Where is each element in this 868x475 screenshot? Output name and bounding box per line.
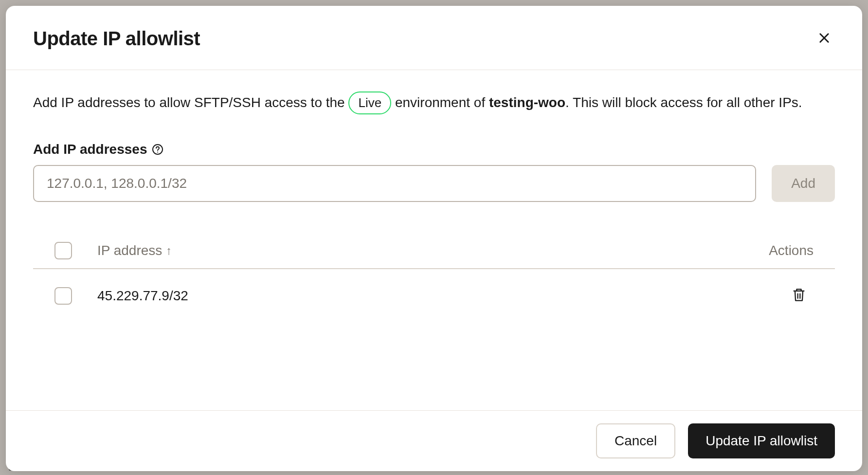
svg-point-3 bbox=[157, 152, 158, 153]
submit-button[interactable]: Update IP allowlist bbox=[688, 423, 835, 458]
description-prefix: Add IP addresses to allow SFTP/SSH acces… bbox=[33, 95, 348, 110]
sort-ascending-icon: ↑ bbox=[166, 244, 172, 257]
actions-column-header: Actions bbox=[769, 243, 814, 258]
input-label-row: Add IP addresses bbox=[33, 142, 835, 157]
delete-button[interactable] bbox=[789, 285, 809, 307]
trash-icon bbox=[792, 288, 806, 304]
ip-input-label: Add IP addresses bbox=[33, 142, 147, 157]
environment-badge: Live bbox=[348, 91, 391, 114]
table-row: 45.229.77.9/32 bbox=[33, 269, 835, 322]
close-button[interactable] bbox=[814, 27, 835, 50]
ip-allowlist-modal: Update IP allowlist Add IP addresses to … bbox=[6, 6, 862, 471]
close-icon bbox=[817, 31, 831, 46]
site-name: testing-woo bbox=[489, 95, 565, 110]
modal-body: Add IP addresses to allow SFTP/SSH acces… bbox=[6, 70, 862, 410]
ip-table: IP address ↑ Actions 45.229.77.9/32 bbox=[33, 233, 835, 322]
ip-column-header[interactable]: IP address ↑ bbox=[97, 243, 172, 258]
description-suffix: . This will block access for all other I… bbox=[565, 95, 802, 110]
ip-address-input[interactable] bbox=[33, 165, 756, 202]
description-mid: environment of bbox=[395, 95, 489, 110]
ip-column-label: IP address bbox=[97, 243, 162, 258]
row-checkbox[interactable] bbox=[54, 287, 72, 305]
modal-description: Add IP addresses to allow SFTP/SSH acces… bbox=[33, 91, 835, 114]
modal-header: Update IP allowlist bbox=[6, 6, 862, 70]
help-icon[interactable] bbox=[152, 144, 163, 155]
modal-footer: Cancel Update IP allowlist bbox=[6, 410, 862, 471]
ip-cell: 45.229.77.9/32 bbox=[97, 288, 789, 304]
ip-input-row: Add bbox=[33, 165, 835, 202]
modal-title: Update IP allowlist bbox=[33, 28, 200, 50]
cancel-button[interactable]: Cancel bbox=[596, 423, 675, 458]
select-all-checkbox[interactable] bbox=[54, 242, 72, 259]
table-header: IP address ↑ Actions bbox=[33, 233, 835, 269]
add-button[interactable]: Add bbox=[772, 165, 835, 202]
